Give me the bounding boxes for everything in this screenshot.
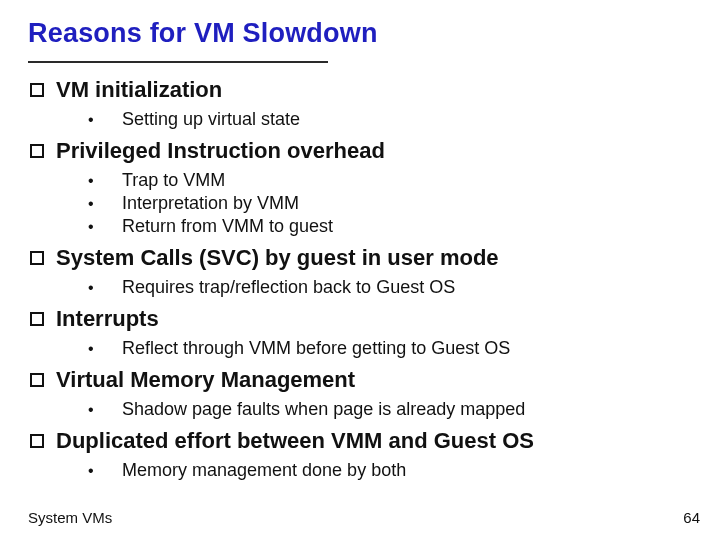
- square-bullet-icon: [30, 83, 44, 97]
- square-bullet-icon: [30, 312, 44, 326]
- dot-bullet-icon: •: [82, 111, 122, 129]
- square-bullet-icon: [30, 434, 44, 448]
- square-bullet-icon: [30, 144, 44, 158]
- sub-list: • Memory management done by both: [30, 460, 692, 481]
- content-area: VM initialization • Setting up virtual s…: [28, 77, 692, 481]
- sub-item-text: Memory management done by both: [122, 460, 406, 481]
- section-heading: Duplicated effort between VMM and Guest …: [56, 428, 534, 454]
- footer: System VMs 64: [28, 509, 700, 526]
- sub-item-text: Return from VMM to guest: [122, 216, 333, 237]
- dot-bullet-icon: •: [82, 462, 122, 480]
- list-item: System Calls (SVC) by guest in user mode: [30, 245, 692, 271]
- list-item: • Trap to VMM: [82, 170, 692, 191]
- dot-bullet-icon: •: [82, 172, 122, 190]
- sub-item-text: Interpretation by VMM: [122, 193, 299, 214]
- sub-list: • Setting up virtual state: [30, 109, 692, 130]
- list-item: • Interpretation by VMM: [82, 193, 692, 214]
- list-item: • Reflect through VMM before getting to …: [82, 338, 692, 359]
- list-item: Duplicated effort between VMM and Guest …: [30, 428, 692, 454]
- sub-item-text: Reflect through VMM before getting to Gu…: [122, 338, 510, 359]
- section-heading: Interrupts: [56, 306, 159, 332]
- list-item: • Shadow page faults when page is alread…: [82, 399, 692, 420]
- dot-bullet-icon: •: [82, 218, 122, 236]
- list-item: • Memory management done by both: [82, 460, 692, 481]
- dot-bullet-icon: •: [82, 340, 122, 358]
- page-number: 64: [683, 509, 700, 526]
- section-heading: Privileged Instruction overhead: [56, 138, 385, 164]
- section-heading: System Calls (SVC) by guest in user mode: [56, 245, 499, 271]
- list-item: • Return from VMM to guest: [82, 216, 692, 237]
- square-bullet-icon: [30, 373, 44, 387]
- title-rule: [28, 61, 328, 63]
- sub-list: • Shadow page faults when page is alread…: [30, 399, 692, 420]
- slide: Reasons for VM Slowdown VM initializatio…: [0, 0, 720, 540]
- list-item: Virtual Memory Management: [30, 367, 692, 393]
- section-heading: VM initialization: [56, 77, 222, 103]
- list-item: Privileged Instruction overhead: [30, 138, 692, 164]
- list-item: VM initialization: [30, 77, 692, 103]
- dot-bullet-icon: •: [82, 401, 122, 419]
- sub-list: • Reflect through VMM before getting to …: [30, 338, 692, 359]
- list-item: Interrupts: [30, 306, 692, 332]
- dot-bullet-icon: •: [82, 279, 122, 297]
- list-item: • Requires trap/reflection back to Guest…: [82, 277, 692, 298]
- sub-item-text: Setting up virtual state: [122, 109, 300, 130]
- square-bullet-icon: [30, 251, 44, 265]
- sub-list: • Requires trap/reflection back to Guest…: [30, 277, 692, 298]
- footer-text: System VMs: [28, 509, 112, 526]
- section-heading: Virtual Memory Management: [56, 367, 355, 393]
- dot-bullet-icon: •: [82, 195, 122, 213]
- sub-list: • Trap to VMM • Interpretation by VMM • …: [30, 170, 692, 237]
- list-item: • Setting up virtual state: [82, 109, 692, 130]
- sub-item-text: Shadow page faults when page is already …: [122, 399, 525, 420]
- sub-item-text: Trap to VMM: [122, 170, 225, 191]
- sub-item-text: Requires trap/reflection back to Guest O…: [122, 277, 455, 298]
- slide-title: Reasons for VM Slowdown: [28, 18, 692, 49]
